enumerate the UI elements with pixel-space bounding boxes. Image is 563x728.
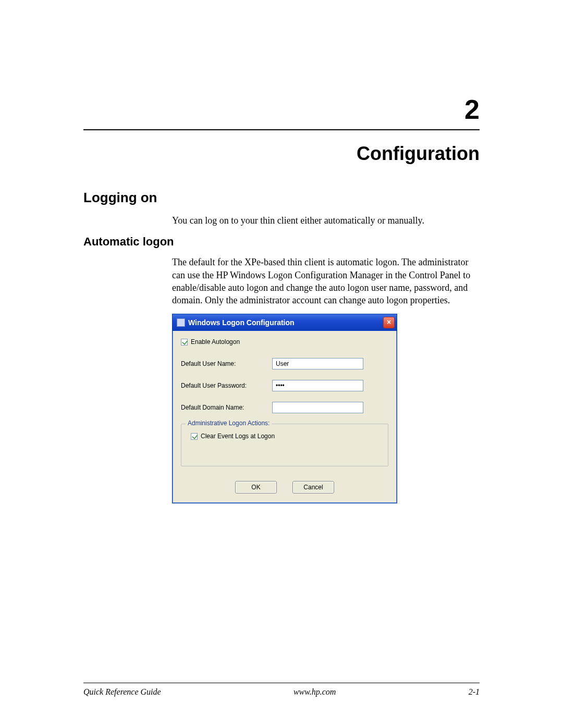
cancel-button[interactable]: Cancel xyxy=(292,481,334,493)
enable-autologon-row: Enable Autologon xyxy=(181,338,388,346)
close-icon[interactable]: × xyxy=(383,317,395,328)
chapter-title: Configuration xyxy=(83,143,480,165)
clear-event-logs-label: Clear Event Logs at Logon xyxy=(201,433,275,440)
admin-actions-group-label: Administrative Logon Actions: xyxy=(186,419,272,427)
clear-event-logs-checkbox[interactable] xyxy=(191,433,198,440)
dialog-titlebar: Windows Logon Configuration × xyxy=(173,314,397,331)
username-input[interactable] xyxy=(272,358,363,369)
automatic-logon-paragraph: The default for the XPe-based thin clien… xyxy=(172,256,480,306)
password-label: Default User Password: xyxy=(181,382,272,389)
chapter-rule xyxy=(83,129,480,130)
section-heading-logging-on: Logging on xyxy=(83,190,480,206)
footer-rule xyxy=(83,683,480,683)
chapter-number: 2 xyxy=(83,94,480,125)
dialog-title: Windows Logon Configuration xyxy=(188,318,295,327)
dialog-app-icon xyxy=(177,318,185,327)
username-label: Default User Name: xyxy=(181,360,272,367)
admin-actions-group: Administrative Logon Actions: Clear Even… xyxy=(181,424,388,466)
ok-button[interactable]: OK xyxy=(235,481,277,493)
section-heading-automatic-logon: Automatic logon xyxy=(83,235,480,249)
enable-autologon-checkbox[interactable] xyxy=(181,339,188,346)
footer-center: www.hp.com xyxy=(293,687,336,697)
page-footer: Quick Reference Guide www.hp.com 2-1 xyxy=(83,683,480,697)
footer-right: 2-1 xyxy=(469,687,480,697)
domain-label: Default Domain Name: xyxy=(181,404,272,411)
enable-autologon-label: Enable Autologon xyxy=(191,338,240,346)
footer-left: Quick Reference Guide xyxy=(83,687,161,697)
domain-input[interactable] xyxy=(272,402,363,413)
intro-paragraph: You can log on to your thin client eithe… xyxy=(172,214,480,227)
logon-config-dialog: Windows Logon Configuration × Enable Aut… xyxy=(172,314,397,503)
password-input[interactable] xyxy=(272,380,363,391)
